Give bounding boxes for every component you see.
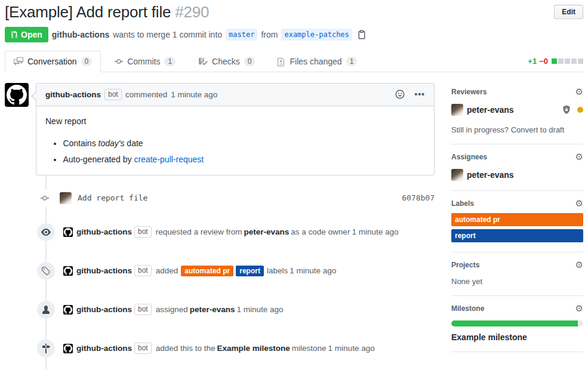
comment-list-item: Auto-generated by create-pull-request [63, 153, 425, 166]
gear-icon[interactable]: ⚙ [575, 88, 583, 97]
projects-empty-text: None yet [451, 277, 583, 286]
label-automated-pr[interactable]: automated pr [451, 213, 583, 226]
github-actions-avatar[interactable] [5, 83, 29, 107]
event-assigned: github-actions bot assigned peter-evans … [5, 301, 435, 319]
timeline: Add report file 6078b07 github-actions b… [5, 175, 435, 357]
head-branch-chip[interactable]: example-patches [281, 29, 352, 41]
event-actor-link[interactable]: github-actions [76, 305, 132, 314]
milestone-heading-row[interactable]: Milestone ⚙ [451, 304, 583, 313]
assignees-heading-row[interactable]: Assignees ⚙ [451, 153, 583, 162]
comment-author-link[interactable]: github-actions [45, 90, 101, 99]
bullet-italic: today's [98, 138, 125, 148]
gear-icon[interactable]: ⚙ [575, 199, 583, 208]
assignee-avatar[interactable] [451, 169, 463, 181]
reviewer-avatar[interactable] [451, 104, 463, 116]
create-pull-request-link[interactable]: create-pull-request [134, 155, 204, 164]
event-text: requested a review from [156, 227, 242, 236]
sidebar-section-milestone: Milestone ⚙ Example milestone [451, 296, 583, 352]
github-actions-avatar[interactable] [63, 266, 73, 276]
gear-icon[interactable]: ⚙ [575, 304, 583, 313]
convert-to-draft-link[interactable]: Convert to draft [511, 125, 565, 134]
milestone-icon [37, 340, 55, 357]
event-actor-link[interactable]: github-actions [76, 227, 132, 236]
git-commit-icon [41, 190, 49, 207]
github-actions-avatar[interactable] [63, 344, 73, 353]
tab-files-changed[interactable]: Files changed 1 [269, 51, 366, 72]
tab-conversation-label: Conversation [27, 57, 77, 66]
emoji-reaction-icon[interactable] [395, 90, 405, 99]
github-actions-avatar[interactable] [63, 305, 73, 315]
tab-conversation[interactable]: Conversation 0 [5, 51, 101, 72]
edit-button[interactable]: Edit [554, 5, 583, 19]
tag-icon [37, 262, 55, 280]
reviewer-name-link[interactable]: peter-evans [467, 105, 514, 115]
bot-badge: bot [104, 89, 122, 100]
timeline-column: github-actions bot commented 1 minute ag… [5, 83, 435, 376]
merge-description: wants to merge 1 commit into [113, 30, 222, 39]
diffstat: +1 −0 [528, 57, 583, 72]
tab-commits[interactable]: Commits 1 [106, 51, 184, 72]
event-text: added this to the [156, 344, 216, 353]
labels-list: automated pr report [451, 213, 583, 242]
assignee-link[interactable]: peter-evans [190, 305, 235, 314]
milestone-heading: Milestone [451, 304, 484, 313]
diffstat-additions: +1 [528, 57, 537, 66]
base-branch-chip[interactable]: master [226, 29, 257, 41]
commit-sha-link[interactable]: 6078b07 [402, 193, 435, 202]
tab-commits-label: Commits [127, 57, 160, 66]
pr-page: [Example] Add report file #290 Edit Open… [0, 0, 588, 376]
pr-header: [Example] Add report file #290 Edit [5, 2, 583, 22]
labels-heading-row[interactable]: Labels ⚙ [451, 199, 583, 208]
diffstat-block [565, 58, 570, 64]
labels-heading: Labels [451, 199, 474, 208]
person-icon [37, 301, 55, 319]
committer-avatar[interactable] [60, 192, 72, 204]
event-actor-link[interactable]: github-actions [76, 266, 132, 275]
commit-row: Add report file 6078b07 [5, 190, 435, 207]
diffstat-block [552, 58, 557, 64]
event-timestamp[interactable]: 1 minute ago [352, 227, 398, 236]
reviewer-row: peter-evans [451, 104, 583, 116]
sidebar: Reviewers ⚙ peter-evans Still in progres… [451, 83, 583, 376]
pr-number: #290 [175, 3, 209, 21]
event-text: labels [267, 266, 288, 275]
pr-title-text: [Example] Add report file [5, 3, 171, 21]
reviewer-link[interactable]: peter-evans [244, 227, 290, 236]
pr-author-link[interactable]: github-actions [52, 30, 109, 39]
commit-message-link[interactable]: Add report file [78, 193, 147, 202]
assignee-name-link[interactable]: peter-evans [467, 170, 514, 180]
comment-actions: ••• [395, 90, 425, 99]
pr-meta: Open github-actions wants to merge 1 com… [5, 27, 583, 42]
gear-icon[interactable]: ⚙ [575, 153, 583, 162]
milestone-link[interactable]: Example milestone [217, 344, 290, 353]
event-actor-link[interactable]: github-actions [76, 344, 132, 353]
milestone-progress-fill [451, 320, 578, 326]
event-timestamp[interactable]: 1 minute ago [328, 344, 375, 353]
event-timestamp[interactable]: 1 minute ago [237, 305, 284, 314]
label-automated-pr[interactable]: automated pr [181, 266, 233, 276]
pull-request-icon [11, 30, 18, 39]
tab-checks[interactable]: Checks 0 [189, 51, 264, 72]
label-report[interactable]: report [236, 266, 264, 276]
comment-timestamp[interactable]: 1 minute ago [171, 90, 217, 99]
bot-badge: bot [134, 226, 152, 238]
copy-branch-icon[interactable] [357, 30, 367, 39]
kebab-menu-icon[interactable]: ••• [414, 90, 425, 99]
page-title: [Example] Add report file #290 [5, 2, 541, 22]
event-timestamp[interactable]: 1 minute ago [290, 266, 336, 275]
comment-header: github-actions bot commented 1 minute ag… [36, 84, 434, 106]
reviewers-heading-row[interactable]: Reviewers ⚙ [451, 88, 583, 97]
milestone-name-link[interactable]: Example milestone [451, 332, 583, 342]
event-text: added [156, 266, 178, 275]
github-actions-avatar[interactable] [63, 227, 73, 237]
projects-heading-row[interactable]: Projects ⚙ [451, 261, 583, 270]
label-report[interactable]: report [451, 229, 583, 242]
gear-icon[interactable]: ⚙ [575, 261, 583, 270]
sidebar-section-labels: Labels ⚙ automated pr report [451, 191, 583, 252]
checklist-icon [198, 57, 208, 66]
comment-text: New report [45, 115, 425, 128]
comment-list-item: Contains today's date [63, 137, 425, 150]
commit-icon [115, 57, 123, 66]
event-labeled: github-actions bot added automated pr re… [5, 262, 435, 280]
bullet-text: Auto-generated by [63, 155, 134, 164]
